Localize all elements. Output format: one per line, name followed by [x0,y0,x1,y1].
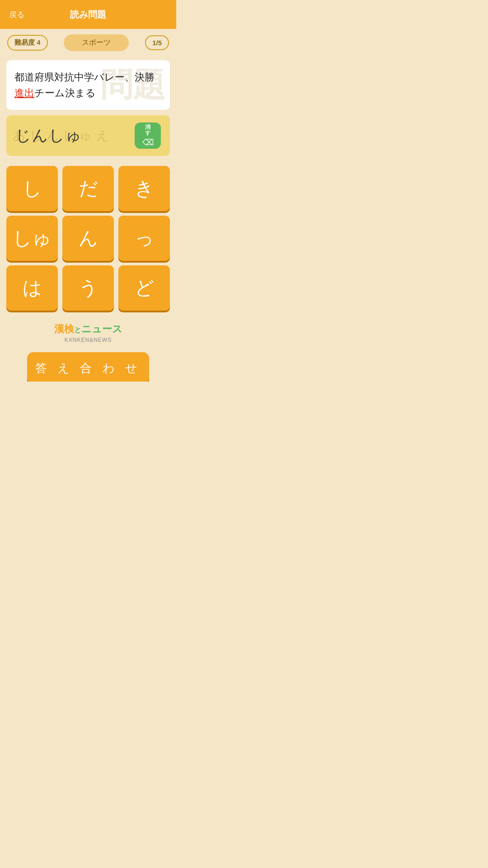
answer-area: あ じ ん じ ゅ え じんしゅ 消す ⌫ [6,115,170,156]
kana-button-6[interactable]: は [6,265,58,311]
kana-button-3[interactable]: しゅ [6,216,58,261]
submit-button[interactable]: 答 え 合 わ せ [27,352,149,382]
kana-button-4[interactable]: ん [62,216,114,261]
progress-badge: 1/5 [145,35,169,50]
kana-button-7[interactable]: う [62,265,114,311]
logo-to: と [74,326,81,334]
question-text: 都道府県対抗中学バレー、決勝進出チーム決まる [14,69,162,101]
kana-button-8[interactable]: ど [118,265,170,311]
logo-sub: KANKEN&NEWS [65,337,112,343]
kana-grid: し だ き しゅ ん っ は う ど [0,161,176,315]
question-text-before: 都道府県対抗中学バレー、決勝 [14,71,155,83]
delete-button-label: 消す [145,124,150,136]
delete-button[interactable]: 消す ⌫ [135,123,161,149]
kana-button-1[interactable]: だ [62,166,114,211]
logo-main: 漢検とニュース [54,322,122,336]
kana-button-0[interactable]: し [6,166,58,211]
question-card: 問題 都道府県対抗中学バレー、決勝進出チーム決まる [6,60,170,110]
answer-text: じんしゅ [15,125,82,146]
back-button[interactable]: 戻る [9,9,24,20]
logo-area: 漢検とニュース KANKEN&NEWS [0,315,176,348]
category-badge: スポーツ [64,34,129,51]
app-header: 戻る 読み問題 [0,0,176,29]
difficulty-badge: 難易度 4 [7,35,48,51]
header-title: 読み問題 [70,9,106,21]
logo-news: ニュース [81,323,122,335]
question-text-after: チーム決まる [34,87,96,99]
kana-button-5[interactable]: っ [118,216,170,261]
sub-header: 難易度 4 スポーツ 1/5 [0,29,176,57]
delete-icon: ⌫ [142,137,154,147]
question-highlight: 進出 [14,87,34,99]
kana-button-2[interactable]: き [118,166,170,211]
logo-kanji: 漢検 [54,323,74,335]
